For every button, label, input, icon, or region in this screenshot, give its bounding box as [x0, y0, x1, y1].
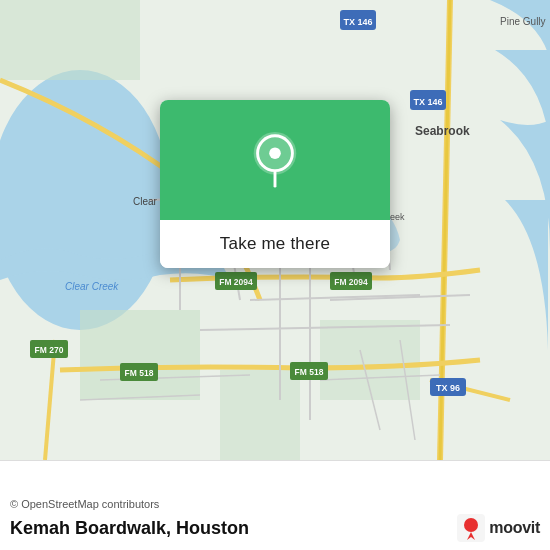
svg-text:TX 96: TX 96	[436, 383, 460, 393]
osm-attribution: © OpenStreetMap contributors	[10, 498, 540, 510]
svg-text:FM 2094: FM 2094	[334, 277, 368, 287]
svg-point-49	[464, 518, 478, 532]
location-row: Kemah Boardwalk, Houston moovit	[10, 514, 540, 542]
svg-rect-2	[0, 0, 140, 80]
map-container: TX 146 TX 146 FM 2094 FM 2094 FM 518 FM …	[0, 0, 550, 460]
svg-rect-5	[220, 370, 300, 460]
svg-text:Pine Gully: Pine Gully	[500, 16, 546, 27]
bottom-bar: © OpenStreetMap contributors Kemah Board…	[0, 460, 550, 550]
svg-point-47	[269, 147, 281, 159]
moovit-logo[interactable]: moovit	[457, 514, 540, 542]
svg-text:FM 518: FM 518	[295, 367, 324, 377]
popup-header	[160, 100, 390, 220]
svg-text:FM 2094: FM 2094	[219, 277, 253, 287]
moovit-brand-text: moovit	[489, 519, 540, 537]
moovit-brand-icon	[457, 514, 485, 542]
svg-text:TX 146: TX 146	[343, 17, 372, 27]
svg-text:Seabrook: Seabrook	[415, 124, 470, 138]
location-pin-icon	[249, 130, 301, 190]
svg-text:TX 146: TX 146	[413, 97, 442, 107]
take-me-there-button[interactable]: Take me there	[160, 220, 390, 268]
svg-text:Clear Creek: Clear Creek	[65, 281, 119, 292]
svg-text:FM 518: FM 518	[125, 368, 154, 378]
location-name: Kemah Boardwalk, Houston	[10, 518, 249, 539]
popup-card: Take me there	[160, 100, 390, 268]
svg-text:FM 270: FM 270	[35, 345, 64, 355]
svg-rect-4	[80, 310, 200, 400]
